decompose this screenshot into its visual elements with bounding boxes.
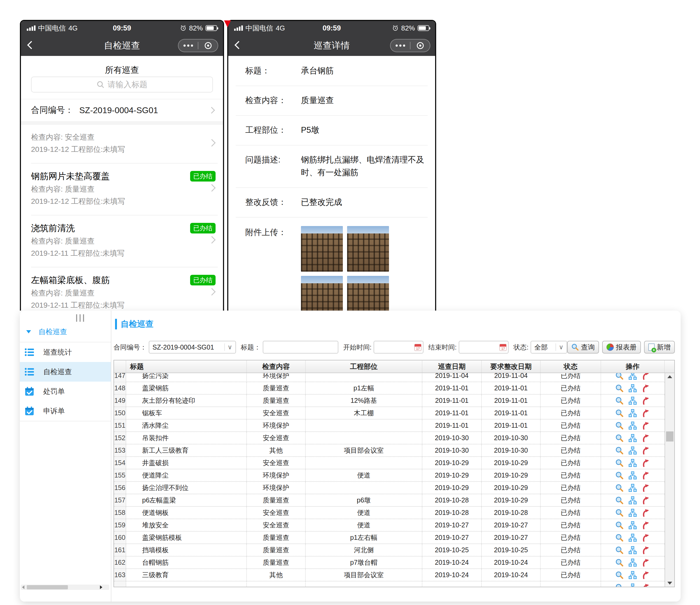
- start-date-input[interactable]: [374, 341, 423, 353]
- attachment-photo[interactable]: [301, 226, 343, 272]
- return-arrow-icon[interactable]: [642, 434, 650, 442]
- sidebar-item[interactable]: 处罚单: [20, 382, 111, 401]
- flow-chart-icon[interactable]: [629, 434, 636, 442]
- phone-list-screen: 中国电信 4G 09:59 82% 自检巡查 所有巡查 请输入标题: [20, 20, 224, 311]
- list-item[interactable]: 检查内容: 安全巡查 2019-12-12 工程部位:未填写: [21, 125, 223, 163]
- list-item[interactable]: 钢筋网片未垫高覆盖 已办结 检查内容: 质量巡查 2019-12-12 工程部位…: [21, 163, 223, 215]
- return-arrow-icon[interactable]: [642, 447, 650, 454]
- return-arrow-icon[interactable]: [642, 571, 650, 579]
- scroll-down-icon[interactable]: [667, 582, 672, 585]
- return-arrow-icon[interactable]: [642, 384, 650, 392]
- flow-chart-icon[interactable]: [629, 397, 636, 405]
- flow-chart-icon[interactable]: [629, 583, 636, 587]
- back-icon[interactable]: [234, 41, 243, 49]
- view-magnifier-icon[interactable]: [616, 546, 623, 554]
- cell-project-part: p6墩: [306, 494, 422, 506]
- view-magnifier-icon[interactable]: [616, 422, 623, 429]
- flow-chart-icon[interactable]: [629, 422, 636, 429]
- cell-title: 扬尘污染: [126, 373, 247, 382]
- scroll-left-icon[interactable]: [22, 585, 24, 589]
- sidebar-root-item[interactable]: 自检巡查: [20, 326, 111, 338]
- flow-chart-icon[interactable]: [629, 559, 636, 567]
- close-capsule-button[interactable]: [198, 40, 218, 52]
- flow-chart-icon[interactable]: [629, 534, 636, 542]
- view-magnifier-icon[interactable]: [616, 496, 623, 504]
- return-arrow-icon[interactable]: [642, 546, 650, 554]
- return-arrow-icon[interactable]: [642, 559, 650, 567]
- return-arrow-icon[interactable]: [642, 509, 650, 517]
- flow-chart-icon[interactable]: [629, 571, 636, 579]
- view-magnifier-icon[interactable]: [616, 484, 623, 492]
- return-arrow-icon[interactable]: [642, 521, 650, 529]
- flow-chart-icon[interactable]: [629, 373, 636, 380]
- vertical-scrollbar[interactable]: [665, 373, 674, 587]
- view-magnifier-icon[interactable]: [616, 583, 623, 587]
- horizontal-scrollbar[interactable]: [21, 585, 109, 590]
- more-button[interactable]: [391, 40, 410, 52]
- return-arrow-icon[interactable]: [642, 496, 650, 504]
- title-filter-input[interactable]: [263, 341, 338, 353]
- view-magnifier-icon[interactable]: [616, 434, 623, 442]
- list-item[interactable]: 浇筑前清洗 已办结 检查内容: 质量巡查 2019-12-11 工程部位:未填写: [21, 215, 223, 267]
- return-arrow-icon[interactable]: [642, 471, 650, 479]
- contract-row[interactable]: 合同编号： SZ-2019-0004-SG01: [21, 99, 223, 121]
- attachment-photo[interactable]: [301, 276, 343, 311]
- flow-chart-icon[interactable]: [629, 409, 636, 417]
- return-arrow-icon[interactable]: [642, 534, 650, 542]
- search-input[interactable]: 请输入标题: [31, 77, 213, 93]
- view-magnifier-icon[interactable]: [616, 471, 623, 479]
- status-select[interactable]: 全部 ∨: [530, 341, 567, 353]
- end-date-input[interactable]: [459, 341, 508, 353]
- return-arrow-icon[interactable]: [642, 459, 650, 467]
- flow-chart-icon[interactable]: [629, 459, 636, 467]
- sidebar-item[interactable]: 自检巡查: [20, 362, 111, 382]
- flow-chart-icon[interactable]: [629, 521, 636, 529]
- scroll-right-icon[interactable]: [100, 585, 102, 589]
- flow-chart-icon[interactable]: [629, 496, 636, 504]
- return-arrow-icon[interactable]: [642, 397, 650, 405]
- flow-chart-icon[interactable]: [629, 546, 636, 554]
- view-magnifier-icon[interactable]: [616, 521, 623, 529]
- flow-chart-icon[interactable]: [629, 484, 636, 492]
- back-icon[interactable]: [27, 41, 35, 49]
- return-arrow-icon[interactable]: [642, 484, 650, 492]
- view-magnifier-icon[interactable]: [616, 373, 623, 380]
- view-magnifier-icon[interactable]: [616, 409, 623, 417]
- return-arrow-icon[interactable]: [642, 583, 650, 587]
- add-button[interactable]: 新增: [644, 341, 675, 353]
- return-arrow-icon[interactable]: [642, 373, 650, 380]
- sidebar-drag-handle[interactable]: [76, 314, 84, 322]
- view-magnifier-icon[interactable]: [616, 447, 623, 454]
- scrollbar-thumb[interactable]: [27, 585, 68, 589]
- view-magnifier-icon[interactable]: [616, 384, 623, 392]
- cell-row-number: 159: [114, 519, 126, 531]
- view-magnifier-icon[interactable]: [616, 509, 623, 517]
- list-item[interactable]: 左幅箱梁底板、腹筋 已办结 检查内容: 质量巡查 2019-12-11 工程部位…: [21, 267, 223, 311]
- attachment-photo[interactable]: [347, 226, 389, 272]
- flow-chart-icon[interactable]: [629, 384, 636, 392]
- cell-status: 已办结: [541, 469, 601, 481]
- contract-select[interactable]: SZ-2019-0004-SG01 ∨: [149, 341, 236, 353]
- return-arrow-icon[interactable]: [642, 422, 650, 429]
- scroll-up-icon[interactable]: [667, 375, 672, 378]
- query-button[interactable]: 查询: [567, 341, 599, 353]
- flow-chart-icon[interactable]: [629, 509, 636, 517]
- item-date-line: 2019-12-11 工程部位:未填写: [31, 247, 204, 259]
- sidebar-item[interactable]: 巡查统计: [20, 342, 111, 362]
- more-button[interactable]: [178, 40, 198, 52]
- calendar-icon[interactable]: [415, 344, 421, 351]
- attachment-photo[interactable]: [347, 276, 389, 311]
- return-arrow-icon[interactable]: [642, 409, 650, 417]
- view-magnifier-icon[interactable]: [616, 534, 623, 542]
- view-magnifier-icon[interactable]: [616, 571, 623, 579]
- view-magnifier-icon[interactable]: [616, 397, 623, 405]
- calendar-icon[interactable]: [500, 344, 506, 351]
- report-button[interactable]: 报表册: [602, 341, 641, 353]
- close-capsule-button[interactable]: [410, 40, 430, 52]
- view-magnifier-icon[interactable]: [616, 459, 623, 467]
- scrollbar-thumb[interactable]: [666, 431, 674, 442]
- view-magnifier-icon[interactable]: [616, 559, 623, 567]
- flow-chart-icon[interactable]: [629, 471, 636, 479]
- sidebar-item[interactable]: 申诉单: [20, 401, 111, 421]
- flow-chart-icon[interactable]: [629, 447, 636, 454]
